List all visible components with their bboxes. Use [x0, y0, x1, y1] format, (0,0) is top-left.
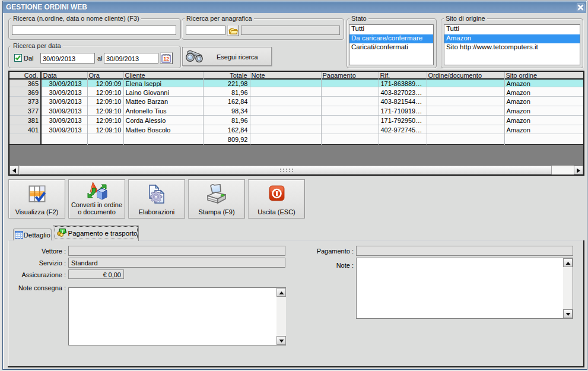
svg-text:12: 12 — [163, 56, 169, 62]
